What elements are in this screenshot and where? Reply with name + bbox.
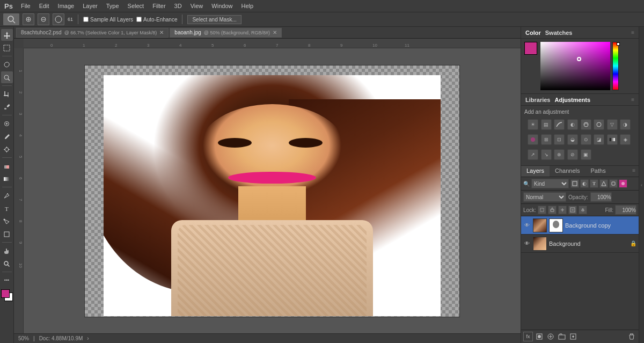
adj-vibrance[interactable] bbox=[581, 119, 591, 130]
adj-extra-2[interactable]: ↘ bbox=[541, 149, 552, 160]
tool-icon[interactable] bbox=[3, 13, 19, 25]
hue-slider[interactable] bbox=[612, 42, 619, 90]
adj-invert[interactable]: ◒ bbox=[567, 134, 578, 145]
canvas-content[interactable] bbox=[24, 48, 521, 333]
tool-zoom[interactable] bbox=[1, 258, 13, 269]
menu-edit[interactable]: Edit bbox=[35, 2, 53, 10]
layer-mask-thumb-1[interactable] bbox=[549, 218, 563, 232]
color-preview-swatch[interactable] bbox=[524, 42, 537, 55]
blend-mode-select[interactable]: Normal bbox=[523, 192, 566, 202]
tool-heal[interactable] bbox=[1, 118, 13, 129]
layer-visibility-1[interactable]: 👁 bbox=[523, 222, 531, 229]
tool-move[interactable] bbox=[1, 29, 13, 41]
menu-file[interactable]: File bbox=[17, 2, 34, 10]
filter-type[interactable]: T bbox=[590, 179, 598, 188]
menu-image[interactable]: Image bbox=[54, 2, 78, 10]
tool-gradient[interactable] bbox=[1, 173, 13, 185]
paths-tab[interactable]: Paths bbox=[586, 166, 611, 177]
opacity-input[interactable] bbox=[590, 192, 612, 202]
adj-hsl[interactable] bbox=[594, 119, 604, 130]
sample-all-checkbox[interactable]: Sample All Layers bbox=[83, 17, 133, 23]
adj-extra-4[interactable]: ⊘ bbox=[567, 149, 578, 160]
panel-menu-icon[interactable]: ≡ bbox=[631, 30, 634, 35]
adj-levels[interactable]: ▤ bbox=[541, 119, 552, 130]
color-swatches[interactable] bbox=[1, 289, 13, 301]
layer-visibility-2[interactable]: 👁 bbox=[523, 240, 531, 247]
tool-path-select[interactable] bbox=[1, 215, 13, 227]
delete-layer-button[interactable] bbox=[627, 332, 636, 341]
tool-option-2[interactable] bbox=[38, 13, 49, 25]
menu-3d[interactable]: 3D bbox=[171, 2, 186, 10]
tab-close-2[interactable]: ✕ bbox=[273, 30, 277, 35]
tool-pen[interactable] bbox=[1, 189, 13, 201]
adj-selective-color[interactable]: ◈ bbox=[620, 134, 631, 145]
tool-type[interactable]: T bbox=[1, 202, 13, 214]
menu-help[interactable]: Help bbox=[237, 2, 257, 10]
select-mask-button[interactable]: Select and Mask... bbox=[187, 15, 241, 24]
document-canvas[interactable] bbox=[84, 65, 460, 317]
menu-layer[interactable]: Layer bbox=[79, 2, 101, 10]
color-tab[interactable]: Color bbox=[525, 30, 541, 36]
adj-color-lookup[interactable]: ⊡ bbox=[554, 134, 565, 145]
adj-extra-1[interactable]: ↗ bbox=[528, 149, 538, 160]
layer-item-background[interactable]: 👁 Background 🔒 bbox=[521, 235, 639, 253]
menu-view[interactable]: View bbox=[187, 2, 207, 10]
tab-baoanh[interactable]: baoanh.jpg @ 50% (Background, RGB/8#) ✕ bbox=[170, 28, 282, 38]
adj-curves[interactable] bbox=[554, 119, 565, 130]
filter-shape[interactable] bbox=[599, 179, 608, 188]
menu-select[interactable]: Select bbox=[124, 2, 148, 10]
tool-eyedropper[interactable] bbox=[1, 101, 13, 113]
libraries-tab[interactable]: Libraries bbox=[525, 97, 550, 103]
swatches-tab[interactable]: Swatches bbox=[545, 30, 573, 36]
layers-panel-menu[interactable]: ≡ bbox=[629, 166, 639, 177]
filter-toggle[interactable] bbox=[619, 179, 627, 188]
tool-select-rect[interactable] bbox=[1, 42, 13, 54]
tool-shape[interactable] bbox=[1, 228, 13, 240]
tool-brush[interactable] bbox=[1, 130, 13, 142]
adj-extra-3[interactable]: ⊗ bbox=[554, 149, 565, 160]
layer-group-button[interactable] bbox=[557, 332, 567, 341]
lock-transparent[interactable] bbox=[538, 206, 546, 214]
auto-enhance-checkbox[interactable]: Auto-Enhance bbox=[136, 17, 177, 23]
adjustments-tab[interactable]: Adjustments bbox=[554, 97, 590, 103]
filter-adjust[interactable]: ◐ bbox=[580, 179, 589, 188]
adj-brightness[interactable]: ☀ bbox=[528, 119, 538, 130]
foreground-color-swatch[interactable] bbox=[1, 289, 10, 298]
filter-pixel[interactable] bbox=[570, 179, 579, 188]
tab-close-1[interactable]: ✕ bbox=[159, 30, 164, 35]
adj-gradient-map[interactable] bbox=[607, 134, 618, 145]
new-layer-button[interactable] bbox=[568, 332, 578, 341]
adj-extra-5[interactable]: ▣ bbox=[581, 149, 591, 160]
adj-bw[interactable]: ◑ bbox=[620, 119, 631, 130]
adj-channel-mixer[interactable]: ⊞ bbox=[541, 134, 552, 145]
channels-tab[interactable]: Channels bbox=[550, 166, 585, 177]
auto-enhance-input[interactable] bbox=[136, 17, 142, 22]
layers-tab[interactable]: Layers bbox=[521, 166, 550, 177]
layer-fx-button[interactable]: fx bbox=[523, 332, 533, 341]
adj-photo-filter[interactable] bbox=[528, 134, 538, 145]
tool-lasso[interactable] bbox=[1, 59, 13, 70]
adj-posterize[interactable]: ⊙ bbox=[581, 134, 591, 145]
lock-all[interactable] bbox=[579, 206, 587, 214]
layer-adjustment-button[interactable] bbox=[546, 332, 555, 341]
tool-clone-stamp[interactable] bbox=[1, 143, 13, 155]
menu-filter[interactable]: Filter bbox=[149, 2, 169, 10]
layers-kind-select[interactable]: Kind bbox=[531, 179, 569, 188]
fill-input[interactable] bbox=[615, 205, 636, 215]
tool-hand[interactable] bbox=[1, 245, 13, 257]
adj-threshold[interactable]: ◪ bbox=[594, 134, 604, 145]
status-arrow[interactable]: › bbox=[87, 335, 89, 341]
tab-8sachtuhoc[interactable]: 8sachtuhoc2.psd @ 66.7% (Selective Color… bbox=[16, 28, 169, 38]
lock-artboard[interactable] bbox=[568, 206, 577, 214]
tool-extra[interactable]: ••• bbox=[1, 274, 13, 286]
adj-exposure[interactable]: ◐ bbox=[567, 119, 578, 130]
tool-crop[interactable] bbox=[1, 88, 13, 100]
color-gradient-picker[interactable] bbox=[540, 42, 610, 90]
layer-mask-button[interactable] bbox=[535, 332, 544, 341]
filter-smart[interactable] bbox=[609, 179, 618, 188]
lock-image[interactable] bbox=[548, 206, 557, 214]
tool-eraser[interactable] bbox=[1, 160, 13, 172]
lock-position[interactable] bbox=[558, 206, 567, 214]
sample-all-input[interactable] bbox=[83, 17, 89, 22]
right-panel-collapse[interactable]: ‹ bbox=[639, 27, 644, 343]
